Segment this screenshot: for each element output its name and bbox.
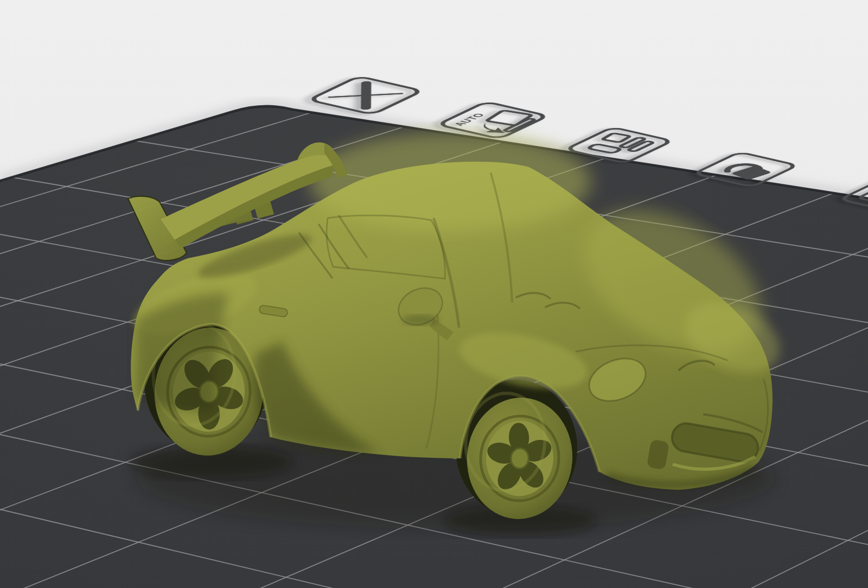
slicer-3d-viewport: AUTO	[0, 0, 868, 588]
scene: AUTO	[0, 0, 868, 588]
